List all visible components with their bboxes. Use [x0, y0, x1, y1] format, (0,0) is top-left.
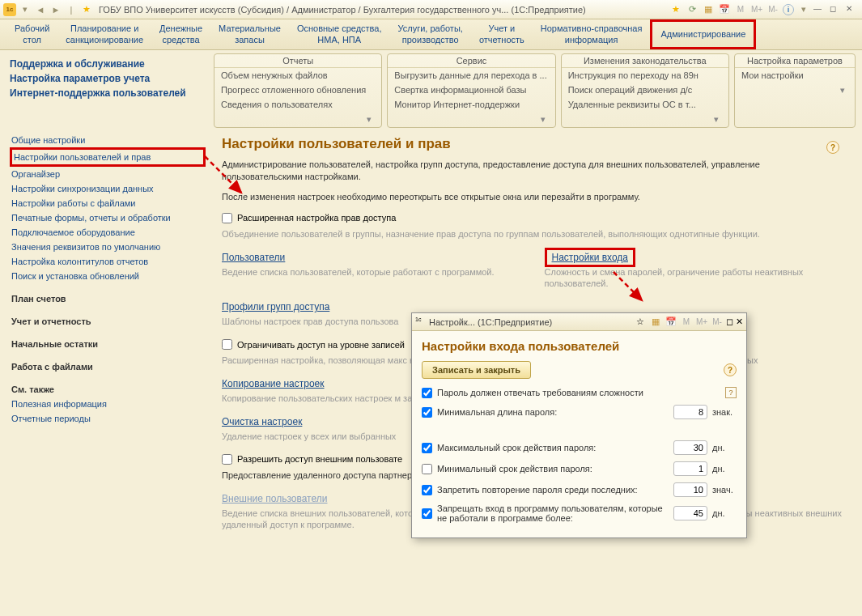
- dlg-row-5: Запрещать вход в программу пользователям…: [422, 503, 737, 523]
- dlg-checkbox-3[interactable]: [422, 464, 432, 474]
- sidebar-item-3[interactable]: Настройки синхронизации данных: [10, 181, 206, 196]
- top-bold-link-2[interactable]: Интернет-поддержка пользователей: [10, 86, 206, 100]
- main-tab-1[interactable]: Планирование исанкционирование: [57, 19, 151, 49]
- panel-more-law[interactable]: ▾: [562, 112, 728, 127]
- dropdown-icon[interactable]: ▾: [19, 3, 32, 16]
- dlg-fav-icon[interactable]: ☆: [634, 316, 647, 329]
- extended-rights-hint: Объединение пользователей в группы, назн…: [222, 228, 843, 240]
- dlg-row-1: Минимальная длина пароля:знак.: [422, 405, 737, 419]
- restrict-checkbox[interactable]: [222, 339, 232, 350]
- dlg-input-1[interactable]: [673, 405, 707, 419]
- allow-ext-checkbox[interactable]: [222, 454, 232, 465]
- save-and-close-button[interactable]: Записать и закрыть: [422, 361, 531, 379]
- dlg-checkbox-4[interactable]: [422, 485, 432, 495]
- extended-rights-checkbox[interactable]: [222, 213, 232, 223]
- dlg-checkbox-1[interactable]: [422, 407, 432, 418]
- dlg-q-0[interactable]: ?: [725, 387, 737, 398]
- login-hint: Сложность и смена паролей, ограничение р…: [545, 266, 843, 291]
- main-tab-6[interactable]: Учет иотчетность: [471, 19, 533, 49]
- close-button[interactable]: ✕: [846, 4, 859, 15]
- dlg-restore-button[interactable]: ◻: [726, 316, 733, 327]
- panel-item-params-0[interactable]: Мои настройки: [735, 68, 855, 83]
- panel-params: Настройка параметровМои настройки▾: [734, 53, 856, 128]
- help-icon[interactable]: ?: [826, 141, 839, 154]
- copy-settings-link[interactable]: Копирование настроек: [222, 378, 325, 389]
- dlg-calc-icon[interactable]: ▦: [649, 316, 662, 329]
- favorite-icon[interactable]: ★: [80, 3, 93, 16]
- dlg-label-2: Максимальный срок действия пароля:: [437, 443, 669, 452]
- sidebar-item-1[interactable]: Настройки пользователей и прав: [10, 147, 206, 167]
- dlg-checkbox-5[interactable]: [422, 508, 432, 519]
- dialog-help-icon[interactable]: ?: [724, 363, 737, 376]
- sidebar-item-15[interactable]: Полезная информация: [10, 397, 206, 411]
- dlg-cal-icon[interactable]: 📅: [665, 316, 677, 329]
- panel-item-service-2[interactable]: Монитор Интернет-поддержки: [388, 97, 554, 112]
- minimize-button[interactable]: —: [813, 4, 826, 15]
- main-tab-2[interactable]: Денежныесредства: [151, 19, 210, 49]
- panel-item-service-1[interactable]: Свертка информационной базы: [388, 83, 554, 97]
- nav-fwd-icon[interactable]: ►: [49, 3, 62, 16]
- dlg-input-4[interactable]: [673, 482, 707, 497]
- m-plus-icon[interactable]: M+: [750, 3, 763, 16]
- panel-more-reports[interactable]: ▾: [214, 112, 381, 127]
- top-bold-link-1[interactable]: Настройка параметров учета: [10, 71, 206, 86]
- panel-more-service[interactable]: ▾: [388, 112, 554, 127]
- panel-service: СервисВыгрузить данные для перехода в ..…: [387, 53, 555, 128]
- sidebar-item-4[interactable]: Настройки работы с файлами: [10, 196, 206, 210]
- sidebar-item-7[interactable]: Значения реквизитов по умолчанию: [10, 240, 206, 254]
- sidebar-item-6[interactable]: Подключаемое оборудование: [10, 225, 206, 240]
- dlg-checkbox-0[interactable]: [422, 388, 432, 398]
- extended-rights-label: Расширенная настройка прав доступа: [237, 213, 396, 223]
- panel-item-law-0[interactable]: Инструкция по переходу на 89н: [562, 68, 728, 83]
- panel-item-law-1[interactable]: Поиск операций движения д/с: [562, 83, 728, 97]
- nav-back-icon[interactable]: ◄: [34, 3, 47, 16]
- panel-reports: ОтчетыОбъем ненужных файловПрогресс отло…: [214, 53, 382, 128]
- clear-settings-link[interactable]: Очистка настроек: [222, 416, 302, 427]
- main-tab-3[interactable]: Материальныезапасы: [210, 19, 289, 49]
- sidebar-item-0[interactable]: Общие настройки: [10, 133, 206, 147]
- dlg-close-button[interactable]: ✕: [736, 316, 743, 327]
- dlg-input-5[interactable]: [673, 506, 707, 520]
- m-minus-icon[interactable]: M-: [766, 3, 779, 16]
- panel-more-params[interactable]: ▾: [735, 83, 855, 98]
- profiles-link[interactable]: Профили групп доступа: [222, 301, 329, 312]
- dropdown2-icon[interactable]: ▾: [797, 3, 810, 16]
- panel-title-params: Настройка параметров: [735, 54, 855, 68]
- panel-item-reports-2[interactable]: Сведения о пользователях: [214, 97, 381, 112]
- fav2-icon[interactable]: ★: [669, 3, 682, 16]
- panel-title-reports: Отчеты: [214, 54, 381, 68]
- panel-item-reports-0[interactable]: Объем ненужных файлов: [214, 68, 381, 83]
- main-tab-8[interactable]: Администрирование: [650, 19, 756, 49]
- main-tab-4[interactable]: Основные средства,НМА, НПА: [289, 19, 390, 49]
- sidebar-item-9[interactable]: Поиск и установка обновлений: [10, 269, 206, 283]
- calc-icon[interactable]: ▦: [702, 3, 715, 16]
- info-icon[interactable]: i: [783, 4, 794, 15]
- m-icon[interactable]: M: [734, 3, 747, 16]
- calendar-icon[interactable]: 📅: [718, 3, 731, 16]
- dlg-unit-2: дн.: [712, 443, 737, 452]
- main-tab-0[interactable]: Рабочийстол: [6, 19, 57, 49]
- main-tab-5[interactable]: Услуги, работы,производство: [390, 19, 471, 49]
- dialog-title: Настройк... (1С:Предприятие): [429, 317, 631, 327]
- panel-item-reports-1[interactable]: Прогресс отложенного обновления: [214, 83, 381, 97]
- sidebar-item-16[interactable]: Отчетные периоды: [10, 411, 206, 426]
- maximize-button[interactable]: ◻: [830, 4, 843, 15]
- main-tab-7[interactable]: Нормативно-справочнаяинформация: [533, 19, 651, 49]
- sidebar-item-5[interactable]: Печатные формы, отчеты и обработки: [10, 210, 206, 225]
- dlg-mplus-icon[interactable]: M+: [695, 316, 708, 329]
- dlg-input-3[interactable]: [673, 461, 707, 476]
- dlg-checkbox-2[interactable]: [422, 443, 432, 453]
- login-settings-link[interactable]: Настройки входа: [545, 248, 636, 267]
- history-icon[interactable]: ⟳: [686, 3, 699, 16]
- sidebar-item-2[interactable]: Органайзер: [10, 167, 206, 181]
- users-link[interactable]: Пользователи: [222, 252, 285, 263]
- dlg-input-2[interactable]: [673, 440, 707, 455]
- panel-item-service-0[interactable]: Выгрузить данные для перехода в ...: [388, 68, 554, 83]
- ext-users-link[interactable]: Внешние пользователи: [222, 493, 327, 504]
- dlg-m-icon[interactable]: M: [680, 316, 693, 329]
- dlg-mminus-icon[interactable]: M-: [711, 316, 724, 329]
- panel-title-law: Изменения законодательства: [562, 54, 728, 68]
- sidebar-item-8[interactable]: Настройка колонтитулов отчетов: [10, 254, 206, 269]
- top-bold-link-0[interactable]: Поддержка и обслуживание: [10, 57, 206, 71]
- panel-item-law-2[interactable]: Удаленные реквизиты ОС в т...: [562, 97, 728, 112]
